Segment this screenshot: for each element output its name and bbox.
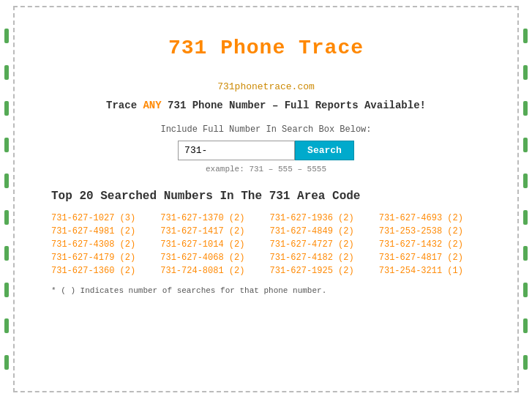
numbers-grid: 731-627-1027 (3)731-627-1370 (2)731-627-… xyxy=(51,213,481,276)
phone-number-link[interactable]: 731-627-4182 (2) xyxy=(270,253,372,263)
left-marker xyxy=(4,29,9,43)
left-marker xyxy=(4,283,9,297)
left-marker xyxy=(4,174,9,188)
search-input[interactable] xyxy=(178,141,295,160)
right-marker xyxy=(523,101,528,116)
site-url: 731phonetrace.com xyxy=(51,81,481,92)
phone-number-link[interactable]: 731-627-4849 (2) xyxy=(270,226,372,236)
tagline: Trace ANY 731 Phone Number – Full Report… xyxy=(51,100,481,111)
example-text: example: 731 – 555 – 5555 xyxy=(51,165,481,174)
left-marker xyxy=(4,65,9,80)
phone-number-link[interactable]: 731-254-3211 (1) xyxy=(379,266,481,276)
phone-number-link[interactable]: 731-724-8081 (2) xyxy=(160,266,262,276)
tagline-prefix: Trace xyxy=(106,100,143,111)
phone-number-link[interactable]: 731-627-1936 (2) xyxy=(270,213,372,223)
left-marker xyxy=(4,101,9,116)
phone-number-link[interactable]: 731-627-1432 (2) xyxy=(379,239,481,250)
right-marker xyxy=(523,283,528,297)
right-marker xyxy=(523,210,528,225)
footnote: * ( ) Indicates number of searches for t… xyxy=(51,286,481,295)
right-marker xyxy=(523,65,528,80)
top-numbers-title: Top 20 Searched Numbers In The 731 Area … xyxy=(51,190,481,203)
phone-number-link[interactable]: 731-627-4981 (2) xyxy=(51,226,153,236)
tagline-any: ANY xyxy=(143,100,161,111)
left-marker xyxy=(4,210,9,225)
phone-number-link[interactable]: 731-627-1370 (2) xyxy=(160,213,262,223)
tagline-suffix: 731 Phone Number – Full Reports Availabl… xyxy=(162,100,426,111)
phone-number-link[interactable]: 731-627-1925 (2) xyxy=(270,266,372,276)
right-marker xyxy=(523,138,528,152)
left-marker xyxy=(4,138,9,152)
phone-number-link[interactable]: 731-627-4727 (2) xyxy=(270,239,372,250)
phone-number-link[interactable]: 731-627-4179 (2) xyxy=(51,253,153,263)
phone-number-link[interactable]: 731-627-1027 (3) xyxy=(51,213,153,223)
search-label: Include Full Number In Search Box Below: xyxy=(51,124,481,135)
phone-number-link[interactable]: 731-627-4693 (2) xyxy=(379,213,481,223)
right-marker xyxy=(523,318,528,333)
right-marker xyxy=(523,246,528,261)
search-row: Search xyxy=(51,141,481,160)
left-marker xyxy=(4,246,9,261)
phone-number-link[interactable]: 731-627-1417 (2) xyxy=(160,226,262,236)
phone-number-link[interactable]: 731-627-4068 (2) xyxy=(160,253,262,263)
phone-number-link[interactable]: 731-627-4308 (2) xyxy=(51,239,153,250)
phone-number-link[interactable]: 731-627-1014 (2) xyxy=(160,239,262,250)
search-button[interactable]: Search xyxy=(295,141,354,160)
left-marker xyxy=(4,318,9,333)
phone-number-link[interactable]: 731-253-2538 (2) xyxy=(379,226,481,236)
page-title: 731 Phone Trace xyxy=(51,37,481,59)
right-marker xyxy=(523,355,528,370)
phone-number-link[interactable]: 731-627-4817 (2) xyxy=(379,253,481,263)
right-marker xyxy=(523,174,528,188)
right-marker xyxy=(523,29,528,43)
left-marker xyxy=(4,355,9,370)
phone-number-link[interactable]: 731-627-1360 (2) xyxy=(51,266,153,276)
